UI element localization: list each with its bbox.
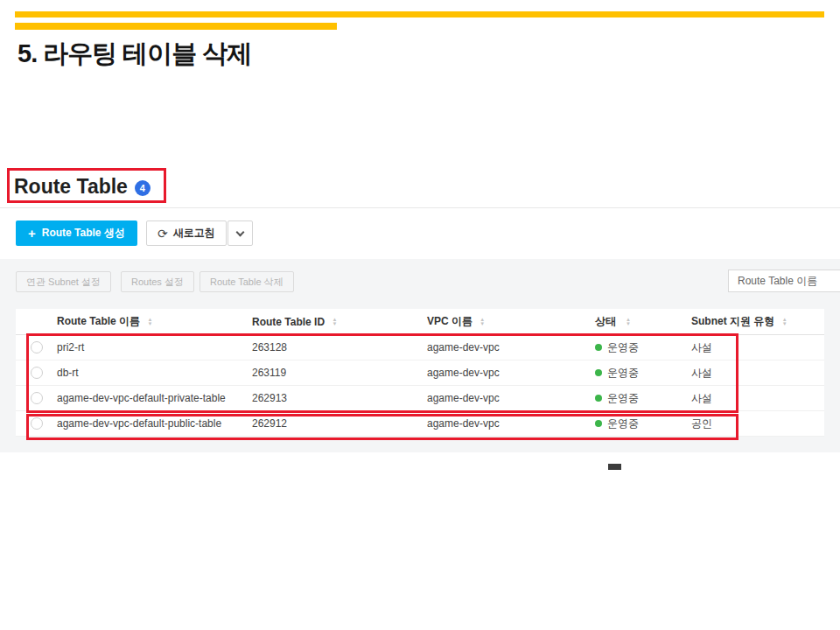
- column-header-status[interactable]: 상태 ▲▼: [595, 314, 691, 329]
- slide-title: 5. 라우팅 테이블 삭제: [18, 37, 251, 72]
- cell-vpc: agame-dev-vpc: [427, 341, 595, 354]
- page-title: Route Table 4: [14, 175, 150, 199]
- cell-name: pri2-rt: [57, 341, 252, 354]
- delete-route-table-button[interactable]: Route Table 삭제: [200, 271, 294, 292]
- row-checkbox[interactable]: [31, 392, 43, 404]
- plus-icon: +: [28, 226, 36, 241]
- column-header-vpc[interactable]: VPC 이름 ▲▼: [427, 314, 595, 329]
- routes-settings-button[interactable]: Routes 설정: [121, 271, 194, 292]
- refresh-button[interactable]: ⟳ 새로고침: [146, 220, 227, 246]
- cell-id: 263119: [252, 367, 427, 379]
- row-checkbox[interactable]: [31, 367, 43, 379]
- status-text: 운영중: [607, 340, 639, 355]
- cell-vpc: agame-dev-vpc: [427, 392, 595, 404]
- column-header-id[interactable]: Route Table ID ▲▼: [252, 316, 427, 328]
- column-header-subnet-type[interactable]: Subnet 지원 유형 ▲▼: [691, 314, 824, 329]
- header-divider: [0, 207, 840, 208]
- list-panel: 연관 Subnet 설정 Routes 설정 Route Table 삭제 Ro…: [0, 259, 840, 452]
- cell-id: 262913: [252, 392, 427, 404]
- route-table-list: Route Table 이름 ▲▼ Route Table ID ▲▼ VPC …: [16, 309, 824, 437]
- sub-accent-bar: [15, 23, 337, 30]
- table-header-row: Route Table 이름 ▲▼ Route Table ID ▲▼ VPC …: [16, 309, 824, 335]
- cell-subnet-type: 사설: [691, 366, 824, 381]
- cell-name: agame-dev-vpc-default-private-table: [57, 392, 252, 404]
- slide: 5. 라우팅 테이블 삭제 Route Table 4 + Route Tabl…: [0, 0, 840, 630]
- cell-vpc: agame-dev-vpc: [427, 367, 595, 379]
- cell-subnet-type: 사설: [691, 340, 824, 355]
- page-title-text: Route Table: [14, 175, 128, 199]
- cell-subnet-type: 공인: [691, 416, 824, 431]
- status-dot-icon: [595, 369, 602, 376]
- status-text: 운영중: [607, 366, 639, 381]
- cell-status: 운영중: [595, 340, 691, 355]
- column-header-name[interactable]: Route Table 이름 ▲▼: [57, 314, 252, 329]
- status-dot-icon: [595, 344, 602, 351]
- sort-icon[interactable]: ▲▼: [147, 318, 152, 326]
- table-row[interactable]: agame-dev-vpc-default-public-table 26291…: [16, 411, 824, 437]
- row-checkbox[interactable]: [31, 341, 43, 354]
- cell-name: db-rt: [57, 367, 252, 379]
- cell-status: 운영중: [595, 391, 691, 406]
- table-row[interactable]: agame-dev-vpc-default-private-table 2629…: [16, 386, 824, 411]
- create-button-label: Route Table 생성: [42, 226, 125, 241]
- chevron-down-icon: [236, 228, 245, 236]
- sort-icon[interactable]: ▲▼: [626, 318, 631, 326]
- sort-icon[interactable]: ▲▼: [480, 318, 485, 326]
- cell-vpc: agame-dev-vpc: [427, 417, 595, 430]
- cell-name: agame-dev-vpc-default-public-table: [57, 417, 252, 430]
- count-badge: 4: [135, 180, 150, 196]
- top-accent-bar: [15, 11, 824, 18]
- status-text: 운영중: [607, 416, 639, 431]
- create-route-table-button[interactable]: + Route Table 생성: [16, 220, 137, 246]
- status-dot-icon: [595, 395, 602, 402]
- status-dot-icon: [595, 420, 602, 427]
- cell-status: 운영중: [595, 416, 691, 431]
- pagination-cropped-mark: [608, 464, 621, 470]
- cell-id: 262912: [252, 417, 427, 430]
- sort-icon[interactable]: ▲▼: [332, 318, 337, 326]
- search-input[interactable]: [728, 270, 840, 292]
- cell-status: 운영중: [595, 366, 691, 381]
- row-checkbox[interactable]: [31, 417, 43, 430]
- cell-subnet-type: 사설: [691, 391, 824, 406]
- more-actions-dropdown-button[interactable]: [228, 220, 253, 246]
- status-text: 운영중: [607, 391, 639, 406]
- associate-subnet-button[interactable]: 연관 Subnet 설정: [16, 271, 111, 292]
- table-row[interactable]: db-rt 263119 agame-dev-vpc 운영중 사설: [16, 360, 824, 386]
- sort-icon[interactable]: ▲▼: [782, 318, 788, 326]
- refresh-icon: ⟳: [158, 227, 168, 241]
- table-row[interactable]: pri2-rt 263128 agame-dev-vpc 운영중 사설: [16, 335, 824, 360]
- cell-id: 263128: [252, 341, 427, 354]
- refresh-button-label: 새로고침: [173, 226, 215, 241]
